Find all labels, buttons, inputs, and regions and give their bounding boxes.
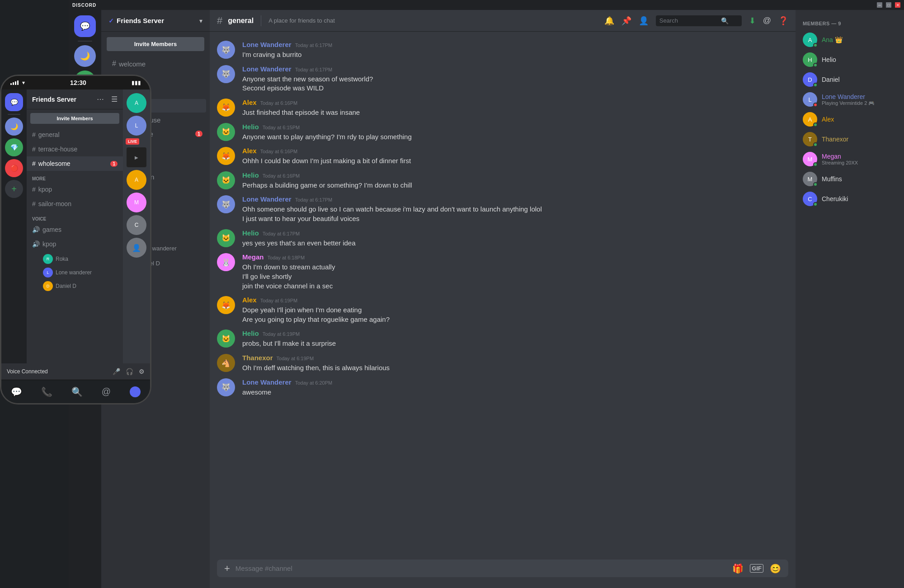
message-header: Lone Wanderer Today at 6:17PM (242, 195, 788, 203)
hash-icon: # (32, 160, 36, 167)
headphones-icon[interactable]: 🎧 (126, 368, 133, 375)
mobile-nav-calls[interactable]: 📞 (41, 386, 52, 397)
member-avatar-daniel: D (803, 72, 817, 87)
message-text: awesome (242, 388, 788, 397)
avatar: 🐺 (217, 378, 235, 396)
member-item-megan[interactable]: M Megan Streaming 20XX (799, 149, 900, 169)
chat-messages[interactable]: 🐺 Lone Wanderer Today at 6:17PM I'm crav… (210, 32, 796, 560)
channel-item-welcome[interactable]: # welcome (105, 57, 206, 71)
message-group: 🐰 Megan Today at 6:18PM Oh I'm down to s… (210, 251, 796, 292)
message-header: Helio Today at 6:15PM (242, 123, 788, 131)
member-item-helio[interactable]: H Helio (799, 50, 900, 70)
message-text: Perhaps a building game or something? I'… (242, 181, 788, 190)
message-timestamp: Today at 6:17PM (295, 42, 333, 48)
hash-icon: # (32, 200, 36, 207)
member-item-daniel[interactable]: D Daniel (799, 70, 900, 89)
message-input[interactable] (235, 560, 727, 577)
mobile-channel-general[interactable]: # general (27, 127, 123, 142)
message-text: Anyone want to play anything? I'm rdy to… (242, 132, 788, 142)
mobile-nav-search[interactable]: 🔍 (71, 386, 83, 397)
member-item-thanexor[interactable]: T Thanexor (799, 129, 900, 149)
close-button[interactable]: ✕ (895, 2, 900, 8)
search-input[interactable] (659, 17, 718, 24)
member-info: Lone Wanderer Playing Vermintide 2 🎮 (822, 93, 897, 106)
search-box[interactable]: 🔍 (656, 15, 742, 26)
mobile-server-icon-2[interactable]: 💎 (5, 138, 23, 156)
chat-header: # general A place for friends to chat 🔔 … (210, 10, 796, 32)
member-item-ana[interactable]: A Ana 👑 (799, 30, 900, 50)
mobile-voice-user-roka[interactable]: R Roka (27, 251, 123, 266)
mobile-invite-button[interactable]: Invite Members (30, 113, 119, 124)
signal-bar-3 (15, 81, 16, 85)
gift-icon[interactable]: 🎁 (732, 563, 744, 574)
mention-icon[interactable]: @ (763, 16, 771, 25)
member-item-alex[interactable]: A Alex (799, 109, 900, 129)
microphone-icon[interactable]: 🎤 (113, 368, 120, 375)
message-author: Lone Wanderer (242, 378, 292, 386)
bell-icon[interactable]: 🔔 (604, 16, 614, 26)
gif-icon[interactable]: GIF (750, 564, 763, 573)
pin-icon[interactable]: 📌 (622, 16, 631, 26)
hash-icon: # (32, 146, 36, 153)
maximize-button[interactable]: □ (886, 2, 891, 8)
member-avatar-cherukiki: C (803, 192, 817, 206)
mobile-channel-wholesome[interactable]: # wholesome 1 (27, 156, 123, 171)
message-content: Helio Today at 6:15PM Anyone want to pla… (242, 123, 788, 142)
members-icon[interactable]: 👤 (639, 16, 649, 26)
message-timestamp: Today at 6:19PM (277, 356, 314, 361)
phone-status-left: ▾ (10, 80, 25, 86)
signal-bars (10, 80, 19, 85)
message-header: Alex Today at 6:16PM (242, 99, 788, 106)
mobile-layout-icon[interactable]: ☰ (111, 95, 118, 103)
add-attachment-button[interactable]: + (224, 563, 230, 574)
mobile-voice-user-lone[interactable]: L Lone wanderer (27, 266, 123, 279)
member-item-muffins[interactable]: M Muffins (799, 169, 900, 189)
voice-user-thumb: D (43, 281, 53, 291)
header-divider (261, 15, 261, 26)
mobile-voice-user-daniel[interactable]: D Daniel D (27, 279, 123, 293)
download-icon[interactable]: ⬇ (749, 16, 756, 26)
mobile-voice-kpop[interactable]: 🔊 kpop (27, 237, 123, 251)
member-name-megan: Megan (822, 153, 897, 160)
member-item-cherukiki[interactable]: C Cherukiki (799, 189, 900, 209)
mobile-main: Friends Server ⋯ ☰ Invite Members # gene… (27, 89, 123, 363)
message-author: Helio (242, 171, 259, 179)
member-info: Megan Streaming 20XX (822, 153, 897, 165)
status-dot (813, 43, 818, 47)
discord-logo-icon: 💬 (80, 21, 90, 31)
help-icon[interactable]: ❓ (778, 16, 788, 26)
server-icon-discord[interactable]: 💬 (74, 15, 96, 37)
mobile-nav-chat[interactable]: 💬 (11, 386, 22, 397)
mobile-add-server-button[interactable]: + (5, 180, 23, 198)
message-content: Alex Today at 6:19PM Dope yeah I'll join… (242, 296, 788, 324)
invite-members-button[interactable]: Invite Members (107, 37, 204, 51)
message-header: Alex Today at 6:16PM (242, 147, 788, 155)
member-name-alex: Alex (822, 116, 897, 123)
message-timestamp: Today at 6:17PM (295, 67, 333, 72)
message-author: Lone Wanderer (242, 65, 292, 73)
mobile-server-icon-1[interactable]: 🌙 (5, 118, 23, 136)
server-header[interactable]: ✓ Friends Server ▾ (101, 10, 210, 32)
status-dot (813, 182, 818, 187)
mobile-nav-mention[interactable]: @ (102, 386, 111, 397)
member-item-lone-wanderer[interactable]: L Lone Wanderer Playing Vermintide 2 🎮 (799, 89, 900, 109)
server-icon-1[interactable]: 🌙 (74, 45, 96, 67)
mobile-channel-kpop[interactable]: # kpop (27, 182, 123, 197)
minimize-button[interactable]: ─ (877, 2, 882, 8)
mobile-nav-profile[interactable] (130, 386, 141, 397)
mobile-voice-games[interactable]: 🔊 games (27, 222, 123, 237)
settings-icon[interactable]: ⚙ (139, 368, 145, 375)
status-dot (813, 83, 818, 87)
mobile-server-icon-3[interactable]: 🔴 (5, 159, 23, 177)
mobile-channel-sailor-moon[interactable]: # sailor-moon (27, 197, 123, 211)
hash-icon: # (32, 131, 36, 138)
message-author: Alex (242, 99, 257, 106)
mobile-channel-terrace-house[interactable]: # terrace-house (27, 142, 123, 156)
message-content: Lone Wanderer Today at 6:20PM awesome (242, 378, 788, 397)
mobile-menu-icon[interactable]: ⋯ (97, 95, 104, 103)
mobile-server-icon-discord[interactable]: 💬 (5, 93, 23, 111)
member-name-muffins: Muffins (822, 175, 897, 183)
desktop-app: DISCORD ─ □ ✕ 💬 🌙 💎 🔴 + (69, 0, 904, 588)
channel-hash-icon: # (217, 15, 222, 27)
emoji-icon[interactable]: 😊 (770, 563, 781, 574)
